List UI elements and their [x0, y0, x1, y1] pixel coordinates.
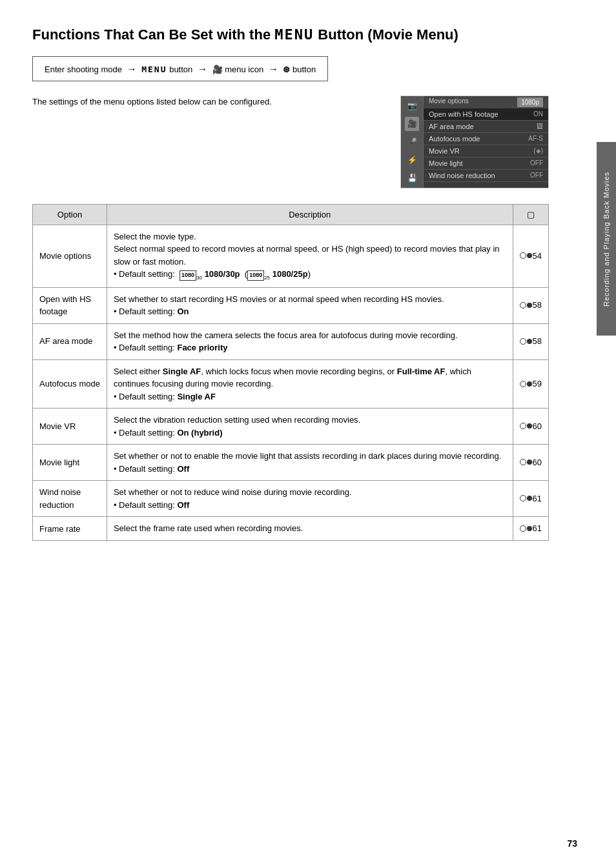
- option-wind-noise: Wind noisereduction: [33, 481, 107, 517]
- main-table: Option Description ▢ Movie options Selec…: [32, 204, 549, 541]
- title-end: Button (Movie Menu): [318, 26, 458, 43]
- option-movie-light: Movie light: [33, 445, 107, 481]
- ok-btn-instr: ⊛ button: [283, 65, 316, 74]
- table-row: Movie light Set whether or not to enable…: [33, 445, 549, 481]
- menu-item-autofocus: Autofocus mode AF-S: [424, 133, 548, 145]
- menu-item-wind: Wind noise reduction OFF: [424, 170, 548, 182]
- ref-movie-options: 54: [513, 225, 548, 287]
- arrow1: →: [127, 63, 137, 74]
- header-option: Option: [33, 204, 107, 225]
- ref-af-area: 58: [513, 323, 548, 359]
- option-frame-rate: Frame rate: [33, 517, 107, 541]
- option-movie-options: Movie options: [33, 225, 107, 287]
- table-row: Autofocus mode Select either Single AF, …: [33, 359, 549, 409]
- ref-movie-vr: 60: [513, 409, 548, 445]
- ref-frame-rate: 61: [513, 517, 548, 541]
- camera-icon: 📷: [405, 99, 419, 113]
- menu-item-movie-val: 1080p: [517, 97, 543, 107]
- arrow3: →: [269, 63, 278, 74]
- intro-paragraph: The settings of the menu options listed …: [32, 97, 272, 106]
- option-autofocus: Autofocus mode: [33, 359, 107, 409]
- table-row: Open with HSfootage Set whether to start…: [33, 287, 549, 323]
- instruction-box: Enter shooting mode → MENU button → 🎥 me…: [32, 56, 328, 81]
- page-container: Functions That Can Be Set with the MENU …: [0, 0, 581, 567]
- movie-icon: 🎥: [405, 117, 419, 131]
- menu-item-hs: Open with HS footage ON: [424, 108, 548, 121]
- table-row: Movie options Select the movie type. Sel…: [33, 225, 549, 287]
- option-af-area: AF area mode: [33, 323, 107, 359]
- menu-item-light: Movie light OFF: [424, 157, 548, 170]
- desc-hs-footage: Set whether to start recording HS movies…: [107, 287, 513, 323]
- menu-item-movie-options: Movie options: [429, 97, 469, 107]
- arrow2: →: [198, 63, 207, 74]
- menu-screenshot: 📷 🎥 🎤 ⚡ 💾 Movie options 1080p Open with …: [400, 96, 549, 188]
- menu-items-col: Movie options 1080p Open with HS footage…: [424, 96, 548, 188]
- side-label: Recording and Playing Back Movies: [597, 142, 616, 336]
- desc-frame-rate: Select the frame rate used when recordin…: [107, 517, 513, 541]
- ref-wind-noise: 61: [513, 481, 548, 517]
- movie-icon-instr: 🎥 menu icon: [212, 65, 266, 74]
- header-ref: ▢: [513, 204, 548, 225]
- ref-autofocus: 59: [513, 359, 548, 409]
- default-movie-options: • Default setting: 108030 1080/30p (1080…: [114, 269, 311, 279]
- mic-icon: 🎤: [405, 135, 419, 149]
- page-title: Functions That Can Be Set with the MENU …: [32, 26, 549, 45]
- option-hs-footage: Open with HSfootage: [33, 287, 107, 323]
- desc-movie-options: Select the movie type. Select normal spe…: [107, 225, 513, 287]
- title-text: Functions That Can Be Set with the: [32, 26, 271, 43]
- table-row: AF area mode Set the method how the came…: [33, 323, 549, 359]
- header-description: Description: [107, 204, 513, 225]
- lightning-icon: ⚡: [405, 153, 419, 167]
- page-number: 73: [567, 838, 577, 849]
- instruction-prefix: Enter shooting mode: [45, 65, 122, 74]
- desc-movie-light: Set whether or not to enable the movie l…: [107, 445, 513, 481]
- menu-item-vr: Movie VR (◈): [424, 145, 548, 157]
- desc-autofocus: Select either Single AF, which locks foc…: [107, 359, 513, 409]
- table-row: Wind noisereduction Set whether or not t…: [33, 481, 549, 517]
- intro-text: The settings of the menu options listed …: [32, 96, 387, 109]
- table-row: Frame rate Select the frame rate used wh…: [33, 517, 549, 541]
- ref-hs-footage: 58: [513, 287, 548, 323]
- menu-icon-col: 📷 🎥 🎤 ⚡ 💾: [401, 96, 424, 188]
- instr-button-label: button: [169, 65, 195, 74]
- card-icon: 💾: [405, 171, 419, 185]
- menu-item-af-area: AF area mode 🖼: [424, 121, 548, 133]
- desc-af-area: Set the method how the camera selects th…: [107, 323, 513, 359]
- desc-movie-vr: Select the vibration reduction setting u…: [107, 409, 513, 445]
- intro-section: The settings of the menu options listed …: [32, 96, 549, 188]
- table-row: Movie VR Select the vibration reduction …: [33, 409, 549, 445]
- ref-movie-light: 60: [513, 445, 548, 481]
- menu-word-title: MENU: [274, 26, 314, 43]
- menu-word-instr: MENU: [141, 65, 167, 74]
- desc-wind-noise: Set whether or not to reduce wind noise …: [107, 481, 513, 517]
- option-movie-vr: Movie VR: [33, 409, 107, 445]
- table-header-row: Option Description ▢: [33, 204, 549, 225]
